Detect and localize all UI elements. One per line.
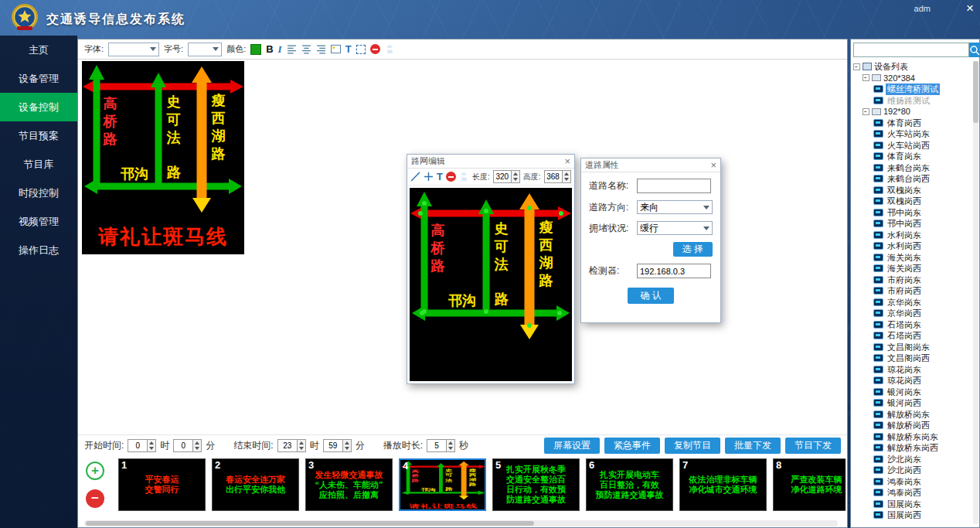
device-item[interactable]: 维扬路测试 <box>853 95 971 107</box>
horizontal-scrollbar-thumb[interactable] <box>86 521 534 526</box>
align-right-icon[interactable] <box>316 44 326 54</box>
program-thumbnail[interactable]: 2 春运安全连万家 出行平安你我他 <box>212 458 299 511</box>
device-item[interactable]: 来鹤台岗东 <box>853 162 971 174</box>
tree-root-label[interactable]: 设备列表 <box>874 61 908 73</box>
spinner-arrows[interactable] <box>343 439 352 452</box>
action-button[interactable]: 紧急事件 <box>604 438 660 454</box>
device-item[interactable]: 解放桥东岗东 <box>853 431 971 443</box>
tree-group-label[interactable]: 320*384 <box>883 73 915 84</box>
delete-road-icon[interactable] <box>446 172 456 182</box>
device-item[interactable]: 京华岗东 <box>853 297 971 308</box>
device-item[interactable]: 邗中岗东 <box>853 207 971 219</box>
sidebar-item[interactable]: 节目预案 <box>0 121 77 150</box>
save-icon[interactable] <box>385 44 395 54</box>
spinner-arrows[interactable] <box>512 170 520 183</box>
device-item[interactable]: 沙北岗东 <box>853 454 971 465</box>
spinner-arrows[interactable] <box>148 439 156 452</box>
align-left-icon[interactable] <box>287 44 297 54</box>
program-thumbnail[interactable]: 8 严查改装车辆 净化道路环境 <box>773 458 846 511</box>
draw-line-icon[interactable] <box>410 172 420 182</box>
vertical-scrollbar[interactable] <box>973 61 978 524</box>
device-item[interactable]: 邗中岗西 <box>853 218 971 230</box>
sidebar-item[interactable]: 主页 <box>0 36 77 64</box>
height-input[interactable] <box>544 170 563 183</box>
edit-window-close-icon[interactable]: × <box>564 155 570 167</box>
program-thumbnail[interactable]: 6 扎实开展电动车 百日整治，有效 预防道路交通事故 <box>586 458 673 511</box>
end-minute-input[interactable] <box>323 439 343 452</box>
program-thumbnail[interactable]: 7 依法治理非标车辆 净化城市交通环境 <box>679 458 767 511</box>
height-spinner[interactable] <box>544 170 571 183</box>
tree-group-label[interactable]: 192*80 <box>883 106 910 118</box>
tree-root-row[interactable]: 设备列表 <box>853 61 971 73</box>
device-item[interactable]: 体育岗东 <box>853 151 971 162</box>
tree-group-row[interactable]: 320*384 <box>853 73 971 84</box>
program-thumbnail-selected[interactable]: 4 <box>399 458 486 511</box>
device-search-input[interactable] <box>853 43 969 57</box>
device-item[interactable]: 琼花岗东 <box>853 364 971 376</box>
spinner-arrows[interactable] <box>193 439 202 452</box>
insert-image-icon[interactable] <box>331 44 341 54</box>
spinner-arrows[interactable] <box>298 439 306 452</box>
insert-text-icon[interactable]: T <box>345 43 352 55</box>
device-item[interactable]: 解放桥东岗西 <box>853 442 971 454</box>
sidebar-item[interactable]: 视频管理 <box>0 207 77 236</box>
led-preview[interactable]: 高桥路 史可法 路 邗沟 瘦西湖路 请礼让斑马线 <box>82 61 244 254</box>
device-item[interactable]: 水利岗东 <box>853 230 971 241</box>
start-hour-spinner[interactable] <box>128 439 156 452</box>
sidebar-item[interactable]: 操作日志 <box>0 236 77 264</box>
sidebar-item[interactable]: 时段控制 <box>0 179 77 207</box>
align-center-icon[interactable] <box>301 44 311 54</box>
congestion-select[interactable]: 缓行 <box>637 221 713 235</box>
add-program-button[interactable]: + <box>86 462 104 480</box>
device-item[interactable]: 石塔岗东 <box>853 319 971 331</box>
device-item[interactable]: 京华岗西 <box>853 308 971 319</box>
action-button[interactable]: 复制节目 <box>665 438 720 454</box>
device-item[interactable]: 解放桥岗西 <box>853 420 971 431</box>
action-button[interactable]: 屏幕设置 <box>544 438 600 454</box>
remove-program-button[interactable]: − <box>86 489 104 508</box>
delete-icon[interactable] <box>370 44 380 54</box>
device-item[interactable]: 鸿泰岗西 <box>853 487 971 499</box>
color-swatch[interactable] <box>250 44 261 55</box>
road-network-canvas[interactable]: 高桥路 史可法 路 邗沟 瘦西湖路 请礼让斑马线 <box>410 188 572 381</box>
logged-in-user[interactable]: adm <box>914 4 931 13</box>
horizontal-scrollbar[interactable] <box>84 520 838 526</box>
select-detector-button[interactable]: 选 择 <box>673 242 713 257</box>
device-item[interactable]: 银河岗东 <box>853 387 971 398</box>
device-item[interactable]: 双槐岗东 <box>853 185 971 196</box>
detector-input[interactable] <box>637 264 711 278</box>
bold-button[interactable]: B <box>266 43 273 55</box>
end-minute-spinner[interactable] <box>323 439 352 452</box>
device-item[interactable]: 火车站岗西 <box>853 140 971 152</box>
device-item[interactable]: 石塔岗西 <box>853 330 971 342</box>
selection-box-icon[interactable] <box>356 45 366 54</box>
duration-input[interactable] <box>427 439 447 452</box>
search-button[interactable] <box>969 43 980 57</box>
length-spinner[interactable] <box>493 170 520 183</box>
font-size-select[interactable] <box>188 43 222 56</box>
device-item[interactable]: 海关岗东 <box>853 252 971 264</box>
device-item[interactable]: 海关岗西 <box>853 263 971 274</box>
length-input[interactable] <box>493 170 512 183</box>
device-item[interactable]: 双槐岗西 <box>853 196 971 207</box>
device-item[interactable]: 水利岗西 <box>853 240 971 252</box>
italic-button[interactable]: I <box>278 43 282 56</box>
device-item[interactable]: 来鹤台岗西 <box>853 173 971 185</box>
device-item[interactable]: 鸿泰岗东 <box>853 476 971 488</box>
tree-expander-icon[interactable] <box>853 63 860 70</box>
device-item[interactable]: 国展岗西 <box>853 509 971 521</box>
device-item[interactable]: 琼花岗西 <box>853 375 971 387</box>
device-item[interactable]: 文昌阁岗东 <box>853 342 971 353</box>
device-item[interactable]: 文昌阁岗西 <box>853 353 971 364</box>
sidebar-item[interactable]: 设备控制 <box>0 93 77 121</box>
device-item[interactable]: 市府岗东 <box>853 274 971 286</box>
confirm-button[interactable]: 确 认 <box>628 288 673 304</box>
road-name-input[interactable] <box>637 179 711 193</box>
start-minute-input[interactable] <box>173 439 193 452</box>
end-hour-spinner[interactable] <box>277 439 306 452</box>
save-network-icon[interactable] <box>459 172 469 182</box>
action-button[interactable]: 节目下发 <box>785 438 841 454</box>
device-item[interactable]: 体育岗西 <box>853 118 971 129</box>
sidebar-item[interactable]: 节目库 <box>0 150 77 179</box>
program-thumbnail[interactable]: 5 扎实开展秋冬季 交通安全整治百 日行动，有效预 防道路交通事故 <box>492 458 580 511</box>
